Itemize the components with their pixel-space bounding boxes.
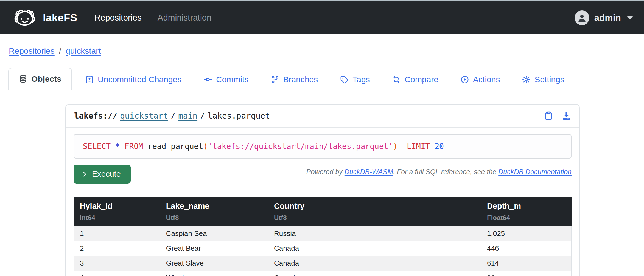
object-path: lakefs://quickstart/main/lakes.parquet — [74, 111, 270, 120]
sql-token: ) — [393, 142, 397, 151]
table-cell: Great Slave — [160, 256, 268, 271]
commit-icon — [203, 75, 212, 84]
tab-objects[interactable]: Objects — [8, 68, 72, 90]
table-cell: 1,025 — [481, 226, 572, 241]
nav-link-administration[interactable]: Administration — [158, 13, 211, 23]
table-row: 3 Great Slave Canada 614 — [74, 256, 572, 271]
table-cell: 446 — [481, 241, 572, 256]
download-icon — [562, 111, 571, 120]
execute-label: Execute — [92, 170, 121, 179]
tab-compare[interactable]: Compare — [383, 69, 447, 90]
results-header-row: Hylak_id Int64 Lake_name Utf8 Country Ut… — [74, 197, 572, 226]
repository-tabs: Objects Uncommitted Changes Commits Bran… — [0, 68, 644, 90]
tab-label: Actions — [473, 75, 500, 84]
tab-actions[interactable]: Actions — [452, 69, 509, 90]
tab-commits[interactable]: Commits — [195, 69, 257, 90]
column-name: Depth_m — [487, 202, 565, 211]
duckdb-panel: SELECT * FROM read_parquet('lakefs://qui… — [66, 128, 579, 276]
column-name: Lake_name — [166, 202, 262, 211]
table-cell: 2 — [74, 241, 160, 256]
table-cell: 3 — [74, 256, 160, 271]
path-file-name: lakes.parquet — [208, 111, 270, 120]
sql-editor[interactable]: SELECT * FROM read_parquet('lakefs://qui… — [74, 134, 572, 159]
table-cell: Russia — [268, 226, 481, 241]
tab-label: Settings — [534, 75, 564, 84]
column-name: Hylak_id — [80, 202, 154, 211]
sql-token — [430, 142, 435, 151]
duckdb-docs-link[interactable]: DuckDB Documentation — [498, 168, 572, 176]
table-cell: Great Bear — [160, 241, 268, 256]
play-circle-icon — [460, 75, 469, 84]
axolotl-logo-icon — [11, 7, 38, 28]
clipboard-copy-icon — [544, 111, 553, 120]
path-branch-link[interactable]: main — [178, 111, 197, 120]
database-icon — [19, 75, 27, 83]
sql-token: 'lakefs://quickstart/main/lakes.parquet' — [208, 142, 393, 151]
table-cell: 36 — [481, 271, 572, 276]
object-viewer-card: lakefs://quickstart/main/lakes.parquet — [65, 104, 580, 276]
table-cell: Caspian Sea — [160, 226, 268, 241]
breadcrumb-separator: / — [59, 46, 61, 56]
copy-path-button[interactable] — [544, 111, 553, 120]
brand-home-link[interactable]: lakeFS — [11, 7, 77, 28]
table-cell: 1 — [74, 226, 160, 241]
tab-tags[interactable]: Tags — [331, 69, 379, 90]
sql-token: ( — [203, 142, 208, 151]
user-menu-dropdown[interactable]: admin — [575, 10, 633, 25]
table-cell: Canada — [268, 241, 481, 256]
header-actions — [544, 111, 571, 120]
sql-token: * — [115, 142, 120, 151]
column-header-lake-name: Lake_name Utf8 — [160, 197, 268, 226]
column-header-hylak-id: Hylak_id Int64 — [74, 197, 160, 226]
table-row: 4 Winnipeg Canada 36 — [74, 271, 572, 276]
table-cell: Canada — [268, 256, 481, 271]
avatar-person-icon — [577, 13, 587, 23]
powered-by-text: . For a full SQL reference, see the — [393, 168, 498, 176]
username: admin — [594, 13, 621, 23]
breadcrumb-link-repositories[interactable]: Repositories — [9, 46, 55, 56]
tab-label: Compare — [405, 75, 438, 84]
duckdb-wasm-link[interactable]: DuckDB-WASM — [345, 168, 393, 176]
column-type: Int64 — [80, 214, 154, 222]
sql-token: LIMIT — [407, 142, 430, 151]
query-controls: Execute Powered by DuckDB-WASM. For a fu… — [74, 165, 572, 184]
tab-label: Objects — [31, 74, 61, 84]
breadcrumb-link-quickstart[interactable]: quickstart — [66, 46, 101, 56]
table-row: 1 Caspian Sea Russia 1,025 — [74, 226, 572, 241]
table-cell: 614 — [481, 256, 572, 271]
path-scheme: lakefs:// — [74, 111, 117, 120]
tab-uncommitted-changes[interactable]: Uncommitted Changes — [76, 69, 190, 90]
tab-branches[interactable]: Branches — [262, 69, 327, 90]
table-cell: Canada — [268, 271, 481, 276]
tab-settings[interactable]: Settings — [513, 69, 573, 90]
sql-token — [120, 142, 125, 151]
avatar — [575, 10, 589, 25]
column-header-depth-m: Depth_m Float64 — [481, 197, 572, 226]
navbar: lakeFS Repositories Administration admin — [0, 1, 644, 34]
object-path-header: lakefs://quickstart/main/lakes.parquet — [66, 105, 579, 128]
column-type: Utf8 — [166, 214, 262, 222]
caret-down-icon — [627, 16, 633, 20]
sql-token — [111, 142, 115, 151]
nav-link-repositories[interactable]: Repositories — [94, 13, 142, 23]
chevron-right-icon — [81, 171, 88, 178]
sql-token: FROM — [125, 142, 143, 151]
download-object-button[interactable] — [562, 111, 571, 120]
powered-by-note: Powered by DuckDB-WASM. For a full SQL r… — [306, 168, 572, 176]
tab-label: Branches — [283, 75, 318, 84]
results-table: Hylak_id Int64 Lake_name Utf8 Country Ut… — [74, 197, 572, 276]
sql-token: 20 — [435, 142, 444, 151]
column-name: Country — [274, 202, 475, 211]
compare-arrows-icon — [392, 75, 401, 84]
path-separator: / — [200, 111, 205, 120]
execute-button[interactable]: Execute — [74, 165, 131, 184]
sql-token — [397, 142, 407, 151]
path-repo-link[interactable]: quickstart — [120, 111, 168, 120]
tab-label: Tags — [352, 75, 370, 84]
brand-title: lakeFS — [43, 12, 77, 24]
table-cell: 4 — [74, 271, 160, 276]
sql-token: SELECT — [83, 142, 111, 151]
table-row: 2 Great Bear Canada 446 — [74, 241, 572, 256]
tab-label: Uncommitted Changes — [98, 75, 181, 84]
breadcrumb: Repositories / quickstart — [9, 46, 644, 56]
